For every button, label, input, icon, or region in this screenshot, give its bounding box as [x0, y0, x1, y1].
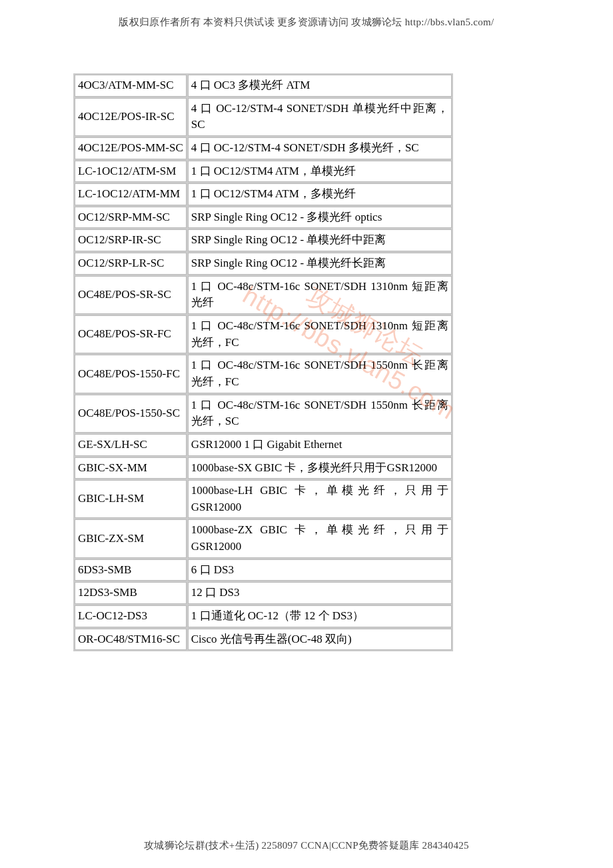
table-row: 6DS3-SMB6 口 DS3 — [75, 559, 452, 581]
product-desc-cell: 1 口 OC-48c/STM-16c SONET/SDH 1310nm 短距离光… — [188, 315, 452, 353]
product-desc-cell: 12 口 DS3 — [188, 582, 452, 604]
table-row: 12DS3-SMB12 口 DS3 — [75, 582, 452, 604]
product-code-cell: GBIC-ZX-SM — [75, 519, 187, 557]
product-desc-cell: SRP Single Ring OC12 - 多模光纤 optics — [188, 207, 452, 229]
product-code-cell: OC12/SRP-MM-SC — [75, 207, 187, 229]
table-row: LC-1OC12/ATM-MM1 口 OC12/STM4 ATM，多模光纤 — [75, 183, 452, 205]
product-code-cell: 6DS3-SMB — [75, 559, 187, 581]
page-header: 版权归原作者所有 本资料只供试读 更多资源请访问 攻城狮论坛 http://bb… — [0, 16, 613, 29]
product-desc-cell: 4 口 OC-12/STM-4 SONET/SDH 多模光纤，SC — [188, 137, 452, 159]
product-desc-cell: 4 口 OC3 多模光纤 ATM — [188, 75, 452, 97]
product-code-cell: 4OC3/ATM-MM-SC — [75, 75, 187, 97]
product-desc-cell: 1 口 OC-48c/STM-16c SONET/SDH 1550nm 长距离光… — [188, 395, 452, 433]
table-row: LC-1OC12/ATM-SM1 口 OC12/STM4 ATM，单模光纤 — [75, 161, 452, 183]
table-row: GBIC-ZX-SM1000base-ZX GBIC 卡，单模光纤，只用于GSR… — [75, 519, 452, 557]
product-code-cell: LC-1OC12/ATM-MM — [75, 183, 187, 205]
product-desc-cell: Cisco 光信号再生器(OC-48 双向) — [188, 629, 452, 651]
product-desc-cell: 1 口 OC12/STM4 ATM，单模光纤 — [188, 161, 452, 183]
table-row: GBIC-SX-MM1000base-SX GBIC 卡，多模光纤只用于GSR1… — [75, 457, 452, 479]
product-code-cell: GE-SX/LH-SC — [75, 434, 187, 456]
product-table: 4OC3/ATM-MM-SC4 口 OC3 多模光纤 ATM4OC12E/POS… — [73, 73, 453, 651]
table-row: LC-OC12-DS31 口通道化 OC-12（带 12 个 DS3） — [75, 605, 452, 627]
product-desc-cell: 1000base-SX GBIC 卡，多模光纤只用于GSR12000 — [188, 457, 452, 479]
product-desc-cell: 1 口 OC-48c/STM-16c SONET/SDH 1550nm 长距离光… — [188, 355, 452, 393]
product-code-cell: OC12/SRP-LR-SC — [75, 253, 187, 275]
table-row: GE-SX/LH-SCGSR12000 1 口 Gigabit Ethernet — [75, 434, 452, 456]
product-desc-cell: 1000base-LH GBIC 卡，单模光纤，只用于GSR12000 — [188, 480, 452, 518]
product-code-cell: OC48E/POS-1550-SC — [75, 395, 187, 433]
table-row: 4OC3/ATM-MM-SC4 口 OC3 多模光纤 ATM — [75, 75, 452, 97]
table-row: OC12/SRP-MM-SCSRP Single Ring OC12 - 多模光… — [75, 207, 452, 229]
product-code-cell: GBIC-LH-SM — [75, 480, 187, 518]
table-row: OC12/SRP-IR-SCSRP Single Ring OC12 - 单模光… — [75, 229, 452, 251]
product-desc-cell: 4 口 OC-12/STM-4 SONET/SDH 单模光纤中距离，SC — [188, 98, 452, 136]
page-body: 4OC3/ATM-MM-SC4 口 OC3 多模光纤 ATM4OC12E/POS… — [73, 73, 540, 651]
table-row: GBIC-LH-SM1000base-LH GBIC 卡，单模光纤，只用于GSR… — [75, 480, 452, 518]
table-row: OC48E/POS-SR-FC1 口 OC-48c/STM-16c SONET/… — [75, 315, 452, 353]
product-code-cell: 12DS3-SMB — [75, 582, 187, 604]
product-code-cell: LC-1OC12/ATM-SM — [75, 161, 187, 183]
table-row: 4OC12E/POS-IR-SC4 口 OC-12/STM-4 SONET/SD… — [75, 98, 452, 136]
product-desc-cell: 1000base-ZX GBIC 卡，单模光纤，只用于GSR12000 — [188, 519, 452, 557]
product-code-cell: OC48E/POS-SR-SC — [75, 276, 187, 314]
table-row: OC48E/POS-SR-SC1 口 OC-48c/STM-16c SONET/… — [75, 276, 452, 314]
table-row: OC48E/POS-1550-SC1 口 OC-48c/STM-16c SONE… — [75, 395, 452, 433]
product-desc-cell: 1 口 OC12/STM4 ATM，多模光纤 — [188, 183, 452, 205]
table-row: OC48E/POS-1550-FC1 口 OC-48c/STM-16c SONE… — [75, 355, 452, 393]
product-code-cell: GBIC-SX-MM — [75, 457, 187, 479]
product-code-cell: 4OC12E/POS-IR-SC — [75, 98, 187, 136]
product-desc-cell: 6 口 DS3 — [188, 559, 452, 581]
product-code-cell: LC-OC12-DS3 — [75, 605, 187, 627]
product-code-cell: OR-OC48/STM16-SC — [75, 629, 187, 651]
table-row: OC12/SRP-LR-SCSRP Single Ring OC12 - 单模光… — [75, 253, 452, 275]
product-desc-cell: 1 口通道化 OC-12（带 12 个 DS3） — [188, 605, 452, 627]
product-code-cell: 4OC12E/POS-MM-SC — [75, 137, 187, 159]
product-code-cell: OC12/SRP-IR-SC — [75, 229, 187, 251]
product-desc-cell: GSR12000 1 口 Gigabit Ethernet — [188, 434, 452, 456]
page-footer: 攻城狮论坛群(技术+生活) 2258097 CCNA|CCNP免费答疑题库 28… — [0, 839, 613, 852]
table-row: 4OC12E/POS-MM-SC4 口 OC-12/STM-4 SONET/SD… — [75, 137, 452, 159]
product-code-cell: OC48E/POS-1550-FC — [75, 355, 187, 393]
product-desc-cell: SRP Single Ring OC12 - 单模光纤长距离 — [188, 253, 452, 275]
table-row: OR-OC48/STM16-SCCisco 光信号再生器(OC-48 双向) — [75, 629, 452, 651]
product-desc-cell: 1 口 OC-48c/STM-16c SONET/SDH 1310nm 短距离光… — [188, 276, 452, 314]
product-desc-cell: SRP Single Ring OC12 - 单模光纤中距离 — [188, 229, 452, 251]
product-code-cell: OC48E/POS-SR-FC — [75, 315, 187, 353]
